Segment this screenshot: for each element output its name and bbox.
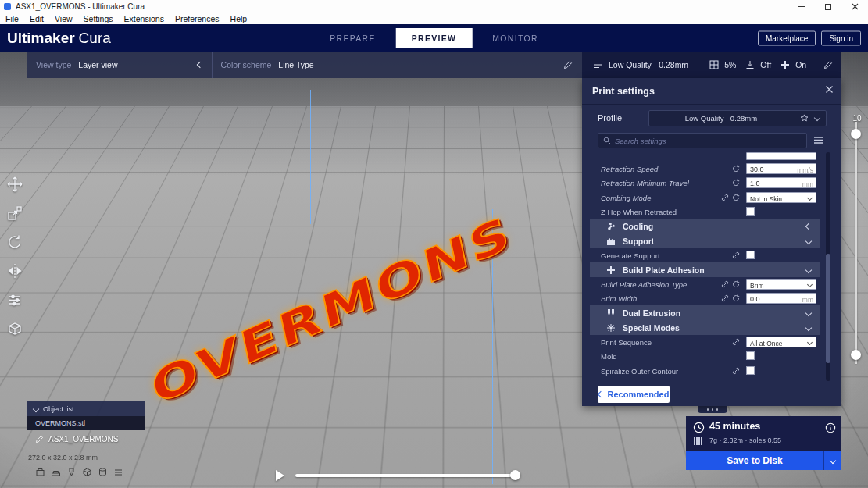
reset-icon[interactable] [732, 165, 740, 173]
nozzle-icon[interactable] [66, 467, 77, 477]
link-icon [732, 367, 740, 375]
info-icon[interactable] [825, 422, 836, 433]
reset-icon[interactable] [732, 194, 740, 201]
category-dual-extrusion[interactable]: Dual Extrusion [590, 305, 820, 320]
star-icon[interactable] [800, 114, 809, 123]
reset-icon[interactable] [732, 179, 740, 187]
support-icon [745, 60, 755, 69]
scrollbar-thumb[interactable] [826, 254, 830, 363]
summary-adhesion: On [795, 60, 806, 69]
menu-view[interactable]: View [49, 14, 78, 23]
setting-label: Mold [601, 352, 617, 361]
object-list-header[interactable]: Object list [27, 401, 145, 416]
chevron-down-icon [807, 339, 813, 344]
reset-icon[interactable] [732, 280, 740, 288]
print-setup-summary[interactable]: Low Quality - 0.28mm 5% Off On [582, 52, 841, 78]
panel-drag-handle[interactable] [698, 406, 727, 413]
infill-icon [709, 60, 719, 69]
category-support[interactable]: Support [590, 233, 820, 248]
toolbar-divider [212, 52, 213, 78]
adhesion-type-dropdown[interactable]: Brim [746, 279, 816, 290]
mesh-cube-icon[interactable] [82, 467, 92, 477]
close-panel-button[interactable] [825, 85, 834, 94]
tab-preview[interactable]: PREVIEW [396, 28, 473, 48]
layers-small-icon[interactable] [113, 467, 123, 477]
z-hop-checkbox[interactable] [746, 207, 755, 216]
close-window-button[interactable] [841, 0, 868, 13]
settings-search[interactable] [598, 133, 807, 148]
move-tool-button[interactable] [4, 173, 26, 195]
menu-file[interactable]: File [0, 14, 24, 23]
summary-profile: Low Quality - 0.28mm [609, 60, 688, 69]
save-options-dropdown[interactable] [823, 451, 841, 470]
per-model-settings-button[interactable] [4, 289, 26, 311]
rename-pencil-icon [35, 435, 44, 443]
logo-secondary: Cura [79, 30, 111, 46]
printer-icon[interactable] [35, 467, 45, 477]
edit-print-settings-button[interactable] [823, 60, 833, 69]
maximize-button[interactable] [815, 0, 841, 13]
menu-preferences[interactable]: Preferences [170, 14, 225, 23]
rotate-tool-button[interactable] [4, 231, 26, 253]
material-spool-icon [694, 437, 702, 445]
combing-mode-dropdown[interactable]: Not in Skin [746, 192, 816, 203]
chevron-down-icon [33, 405, 39, 411]
search-input[interactable] [615, 137, 806, 145]
menu-settings[interactable]: Settings [78, 14, 119, 23]
retraction-minimum-travel-field[interactable]: 1.0 mm [746, 177, 816, 188]
layer-slider-bottom-handle[interactable] [851, 350, 861, 360]
project-name-row[interactable]: ASX1_OVERMONS [35, 435, 118, 443]
menubar: File Edit View Settings Extensions Prefe… [0, 13, 868, 24]
support-category-icon [606, 237, 616, 246]
signin-button[interactable]: Sign in [821, 30, 861, 45]
pencil-icon [563, 60, 573, 69]
per-model-settings-icon [6, 291, 23, 308]
project-name: ASX1_OVERMONS [48, 435, 118, 443]
app-header: UltimakerCura PREPARE PREVIEW MONITOR Ma… [0, 24, 868, 52]
edit-view-settings-button[interactable] [563, 60, 573, 69]
category-cooling[interactable]: Cooling [590, 219, 820, 233]
chevron-down-icon [807, 281, 813, 287]
simulation-slider-track[interactable] [295, 474, 516, 477]
menu-help[interactable]: Help [225, 14, 253, 23]
settings-filter-icon[interactable] [813, 136, 823, 144]
recommended-mode-button[interactable]: Recommended [598, 386, 670, 403]
model-dimensions: 272.0 x 32.0 x 2.8 mm [28, 454, 98, 461]
retraction-speed-field[interactable]: 30.0 mm/s [746, 163, 816, 174]
simulation-slider-handle[interactable] [510, 470, 520, 480]
tab-prepare[interactable]: PREPARE [330, 34, 376, 43]
reset-icon[interactable] [732, 294, 740, 302]
mirror-tool-button[interactable] [4, 260, 26, 282]
print-sequence-dropdown[interactable]: All at Once [746, 337, 816, 347]
scale-tool-button[interactable] [4, 202, 26, 224]
category-build-plate-adhesion[interactable]: Build Plate Adhesion [590, 262, 820, 277]
support-blocker-button[interactable] [4, 318, 26, 340]
marketplace-button[interactable]: Marketplace [758, 30, 816, 45]
mold-checkbox[interactable] [746, 351, 755, 360]
minimize-button[interactable] [788, 0, 815, 13]
mesh-cylinder-icon[interactable] [98, 467, 108, 477]
move-icon [6, 176, 23, 193]
view-type-value[interactable]: Layer view [78, 60, 117, 69]
tab-monitor[interactable]: MONITOR [492, 34, 538, 43]
setting-row-z-hop-when-retracted: Z Hop When Retracted [590, 205, 820, 219]
buildplate-icon[interactable] [51, 467, 61, 477]
profile-dropdown[interactable]: Low Quality - 0.28mm [648, 110, 827, 126]
view-type-label: View type [36, 60, 71, 69]
play-simulation-button[interactable] [276, 470, 284, 481]
collapse-view-panel-icon[interactable] [196, 62, 202, 68]
category-special-modes[interactable]: Special Modes [590, 320, 820, 335]
object-list-item[interactable]: OVERMONS.stl [27, 416, 145, 430]
layer-slider-track[interactable] [855, 122, 857, 364]
color-scheme-value[interactable]: Line Type [278, 60, 313, 69]
layer-slider-top-handle[interactable] [851, 129, 861, 139]
setting-row-build-plate-adhesion-type: Build Plate Adhesion Type Brim [590, 277, 820, 291]
setting-row-combing-mode: Combing Mode Not in Skin [590, 191, 820, 205]
menu-extensions[interactable]: Extensions [119, 14, 170, 23]
menu-edit[interactable]: Edit [24, 14, 49, 23]
save-to-disk-button[interactable]: Save to Disk [686, 451, 841, 470]
generate-support-checkbox[interactable] [746, 251, 755, 259]
spiralize-checkbox[interactable] [746, 366, 755, 375]
clipped-setting-field[interactable] [746, 152, 816, 160]
brim-width-field[interactable]: 0.0 mm [746, 293, 816, 304]
